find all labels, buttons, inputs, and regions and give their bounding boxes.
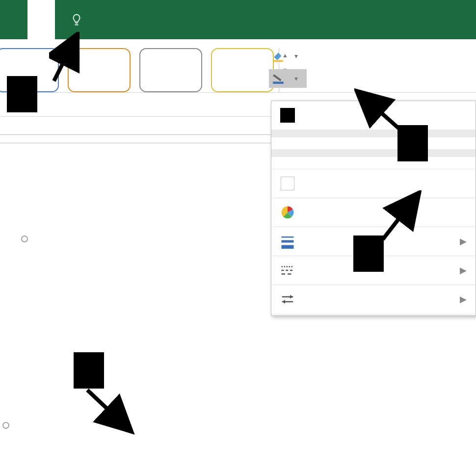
annotation-arrow-1: [82, 388, 136, 437]
dashes-icon: [280, 263, 295, 278]
submenu-arrow-icon: ▶: [460, 265, 467, 276]
dropdown-caret-icon: ▾: [294, 75, 298, 82]
standard-colors-header: [271, 149, 476, 157]
chart-resize-handle[interactable]: [21, 235, 28, 242]
paint-bucket-icon: [272, 50, 285, 62]
dropdown-caret-icon: ▾: [294, 52, 298, 60]
no-outline-icon: [281, 177, 294, 190]
svg-rect-0: [273, 82, 284, 84]
no-outline-item[interactable]: [271, 169, 476, 198]
arrows-icon: [280, 292, 295, 307]
auto-color-swatch: [280, 108, 295, 123]
column-header[interactable]: [98, 135, 177, 143]
annotation-3: [397, 125, 428, 161]
outline-arrows-item[interactable]: ▶: [271, 285, 476, 313]
svg-rect-1: [282, 236, 294, 238]
svg-line-12: [54, 37, 76, 81]
svg-line-14: [383, 195, 417, 239]
column-header[interactable]: [20, 135, 98, 143]
annotation-4: [353, 235, 384, 272]
color-wheel-icon: [280, 205, 295, 220]
theme-color-grid: [271, 137, 476, 149]
shape-style-preset-4[interactable]: [211, 48, 274, 92]
shape-fill-button[interactable]: ▾: [269, 47, 307, 65]
standard-color-row: [271, 157, 476, 169]
tab-design[interactable]: [0, 0, 27, 39]
annotation-arrow-2: [49, 32, 88, 86]
svg-marker-10: [282, 300, 285, 304]
annotation-2: [7, 76, 37, 112]
svg-line-13: [359, 93, 403, 132]
svg-rect-2: [282, 240, 294, 243]
submenu-arrow-icon: ▶: [460, 294, 467, 305]
shape-style-preset-3[interactable]: [139, 48, 202, 92]
svg-line-11: [87, 390, 129, 429]
submenu-arrow-icon: ▶: [460, 236, 467, 247]
column-header[interactable]: [0, 135, 20, 143]
column-header[interactable]: [177, 135, 255, 143]
shape-outline-button[interactable]: ▾: [269, 69, 307, 88]
lightbulb-icon: [70, 13, 83, 26]
chart-resize-handle[interactable]: [2, 422, 9, 429]
annotation-arrow-4: [378, 190, 427, 244]
pencil-outline-icon: [272, 72, 285, 85]
svg-marker-8: [290, 295, 293, 299]
annotation-1: [74, 352, 104, 389]
svg-rect-3: [282, 245, 294, 249]
line-weight-icon: [280, 234, 295, 249]
more-outline-colors-item[interactable]: [271, 198, 476, 227]
